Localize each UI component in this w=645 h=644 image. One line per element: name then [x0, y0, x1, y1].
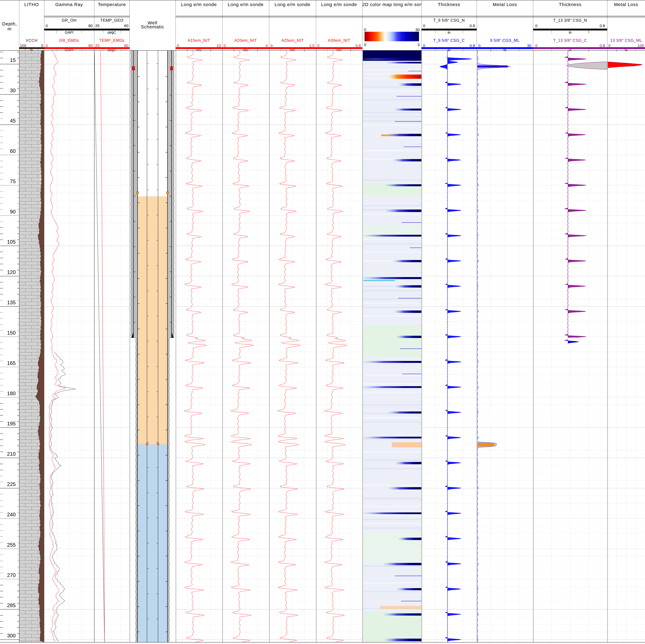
track-body-a20 [222, 50, 269, 642]
orange-marker [166, 192, 169, 194]
depth-tick-left [0, 627, 3, 628]
depth-label: 30 [10, 87, 16, 93]
depth-major-line [0, 94, 19, 94]
track-header-a20: Long e/m sondeA20em_NIT04mV [222, 0, 269, 50]
depth-tick-left [0, 543, 3, 543]
curve-name: TEMP_EMDs [94, 38, 130, 43]
depth-tick-right [17, 252, 19, 252]
temperature-curves [94, 50, 130, 642]
scale-top-max: 30 [415, 28, 420, 32]
header-separator [94, 16, 130, 18]
well-schematic [130, 50, 176, 642]
track-divider [477, 50, 477, 642]
depth-major-line [0, 276, 19, 276]
track-title: LITHO [19, 2, 44, 7]
page-title-unit: m [0, 26, 19, 32]
depth-tick-right [17, 633, 19, 634]
depth-major-line [0, 337, 19, 337]
depth-tick-left [0, 258, 3, 258]
depth-tick-left [0, 470, 3, 470]
track-body-temp [94, 50, 130, 642]
depth-tick-right [17, 591, 19, 591]
depth-tick-right [17, 627, 19, 628]
depth-tick-left [0, 379, 3, 379]
depth-major-line [0, 155, 19, 155]
page-title: Depth, [0, 21, 19, 27]
depth-tick-left [0, 573, 3, 573]
scale-min: 0 [535, 24, 538, 28]
depth-tick-right [17, 373, 19, 373]
track-body-litho [19, 50, 44, 642]
header-divider [44, 0, 44, 50]
red-marker [170, 66, 173, 70]
depth-label: 240 [7, 512, 16, 517]
depth-label: 270 [7, 572, 16, 578]
depth-tick-left [0, 264, 3, 264]
em-sonde-curve-a30 [316, 50, 362, 642]
depth-tick-left [0, 300, 3, 300]
depth-tick-left [0, 167, 3, 167]
depth-tick-left [0, 88, 3, 88]
track-divider [176, 50, 176, 642]
depth-major-line [0, 397, 19, 398]
header-separator [477, 16, 533, 18]
depth-tick-left [0, 52, 3, 52]
depth-tick-right [17, 88, 19, 88]
depth-tick-left [0, 464, 3, 464]
scale-max: 0.8 [600, 24, 605, 28]
depth-major-line [0, 185, 19, 186]
track-divider [44, 50, 44, 642]
depth-major-line [0, 367, 19, 367]
depth-label: 195 [7, 421, 16, 427]
track-header-ml13: Metal Loss13 3/8" CSG_ML0100% [607, 0, 645, 50]
curve-name: A20em_NIT [222, 38, 269, 43]
track-divider [533, 50, 534, 642]
depth-tick-right [17, 331, 19, 331]
red-marker [132, 66, 135, 70]
depth-label: 165 [7, 360, 16, 366]
lithology-bricks [19, 50, 44, 642]
header-separator [421, 16, 477, 18]
track-title2: Schematic [130, 24, 176, 29]
depth-tick-right [17, 58, 19, 58]
depth-label: 60 [10, 148, 16, 154]
depth-tick-right [17, 543, 19, 543]
track-body-a15 [176, 50, 222, 642]
track-body-schematic [130, 50, 176, 642]
scale-min: 0 [423, 24, 425, 28]
track-title: 2D color map long e/m sonde [362, 2, 421, 7]
depth-label: 300 [7, 633, 16, 639]
depth-tick-left [0, 58, 3, 58]
track-body-a25 [269, 50, 316, 642]
depth-major-line [0, 579, 19, 579]
em-2d-color-map [362, 50, 421, 642]
track-divider [362, 50, 363, 642]
metal-loss-13-curve [607, 50, 645, 642]
depth-label: 210 [7, 451, 16, 457]
track-header-ml9: Metal Loss9 5/8" CGS_ML030% [477, 0, 533, 50]
track-header-depth: Depth,m [0, 0, 19, 50]
depth-tick-right [17, 379, 19, 379]
track-title: Long e/m sonde [176, 2, 222, 7]
depth-tick-right [17, 421, 19, 422]
track-title: Long e/m sonde [269, 2, 316, 7]
curve-name: A30em_NIT [316, 38, 362, 43]
header-divider [421, 0, 422, 50]
depth-tick-right [17, 464, 19, 464]
curve-name: 13 3/8" CSG_ML [607, 38, 645, 43]
depth-label: 120 [7, 269, 16, 275]
packer-marker [146, 443, 148, 445]
track-header-temp: TemperatureTEMP_GEO2560degCTEMP_EMDs2560… [94, 0, 130, 50]
header-separator [222, 16, 269, 18]
depth-tick-left [0, 294, 3, 294]
depth-tick-right [17, 500, 19, 500]
curve-name: T_9 5/8" CSG_C [421, 38, 477, 43]
depth-tick-right [17, 203, 19, 204]
scale-bottom-min: 0 [364, 42, 366, 47]
track-title: Temperature [94, 2, 130, 7]
depth-tick-left [0, 536, 3, 537]
scale-max: 0.8 [470, 24, 475, 28]
header-separator [362, 16, 421, 18]
track-divider [421, 50, 422, 642]
depth-major-line [0, 639, 19, 640]
